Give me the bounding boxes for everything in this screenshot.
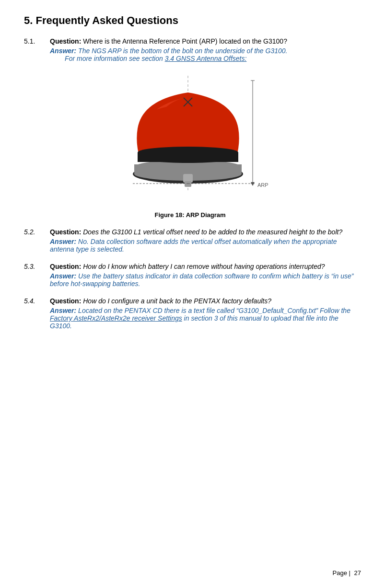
figure-container: ARP <box>24 71 356 207</box>
faq-num-2: 5.2. <box>24 228 42 236</box>
answer-4: Answer: Located on the PENTAX CD there i… <box>50 307 350 330</box>
question-label-4: Question <box>50 297 79 305</box>
answer-text-1: The NGS ARP is the bottom of the bolt on… <box>50 47 287 62</box>
answer-link-4[interactable]: Factory AsteRx2/AsteRx2e receiver Settin… <box>50 314 182 322</box>
question-text-2: Does the G3100 L1 vertical offset need t… <box>81 228 342 236</box>
answer-text-4a: Located on the PENTAX CD there is a text… <box>76 307 350 314</box>
answer-link-1[interactable]: 3.4 GNSS Antenna Offsets: <box>165 55 247 62</box>
question-text-4: How do I configure a unit back to the PE… <box>81 297 271 305</box>
faq-content-1: Question: Where is the Antenna Reference… <box>50 37 356 45</box>
page-title: 5. Frequently Asked Questions <box>24 14 356 27</box>
faq-answer-1: Answer: The NGS ARP is the bottom of the… <box>50 47 356 62</box>
footer-page: 27 <box>354 569 361 576</box>
answer-label-3: Answer: <box>50 272 76 280</box>
answer-label-2: Answer: <box>50 238 76 245</box>
faq-num-1: 5.1. <box>24 37 42 45</box>
answer-2: Answer: No. Data collection software add… <box>50 238 337 253</box>
faq-content-2: Question: Does the G3100 L1 vertical off… <box>50 228 356 236</box>
svg-rect-15 <box>185 181 191 187</box>
arp-diagram: ARP <box>90 71 291 205</box>
answer-text-3: Use the battery status indicator in data… <box>50 272 353 288</box>
answer-text-2: No. Data collection software adds the ve… <box>50 238 337 253</box>
answer-1: Answer: The NGS ARP is the bottom of the… <box>50 47 287 62</box>
faq-item-2: 5.2. Question: Does the G3100 L1 vertica… <box>24 228 356 253</box>
faq-content-3: Question: How do I know which battery I … <box>50 263 356 270</box>
svg-point-13 <box>138 147 238 158</box>
faq-item-3: 5.3. Question: How do I know which batte… <box>24 263 356 288</box>
faq-num-3: 5.3. <box>24 263 42 270</box>
question-text-3: How do I know which battery I can remove… <box>81 263 325 270</box>
question-label-2: Question: <box>50 228 81 236</box>
faq-num-4: 5.4. <box>24 297 42 305</box>
faq-content-4: Question: How do I configure a unit back… <box>50 297 356 305</box>
footer-label: Page | <box>333 569 350 576</box>
faq-item-1: 5.1. Question: Where is the Antenna Refe… <box>24 37 356 219</box>
faq-item-4: 5.4. Question: How do I configure a unit… <box>24 297 356 330</box>
figure-caption: Figure 18: ARP Diagram <box>24 211 356 219</box>
answer-3: Answer: Use the battery status indicator… <box>50 272 353 288</box>
question-label-1: Question: <box>50 37 81 45</box>
question-label-3: Question <box>50 263 79 270</box>
answer-label-4: Answer: <box>50 307 76 314</box>
svg-text:ARP: ARP <box>257 182 268 188</box>
answer-label-1: Answer: <box>50 47 76 55</box>
page-footer: Page | 27 <box>331 569 361 576</box>
question-text-1: Where is the Antenna Reference Point (AR… <box>81 37 287 45</box>
